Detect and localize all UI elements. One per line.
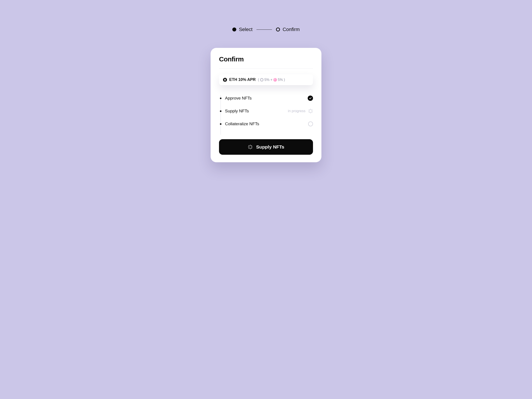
tx-step-label: Collateralize NFTs xyxy=(225,121,259,126)
step-label: Select xyxy=(239,27,253,32)
apr-breakdown: ( 5% + 5% ) xyxy=(258,78,285,82)
progress-stepper: Select Confirm xyxy=(232,27,300,32)
status-text: in progress xyxy=(288,109,305,113)
tx-step-label: Supply NFTs xyxy=(225,109,249,114)
step-select[interactable]: Select xyxy=(232,27,253,32)
stepper-connector xyxy=(256,30,272,30)
step-label: Confirm xyxy=(283,27,300,32)
eth-icon xyxy=(223,78,227,82)
tx-step-collateralize: Collateralize NFTs xyxy=(220,117,313,130)
svg-line-11 xyxy=(249,146,249,146)
card-title: Confirm xyxy=(219,55,313,63)
svg-line-4 xyxy=(311,112,312,113)
apr-main-label: ETH 10% APR xyxy=(229,77,256,82)
tx-step-approve: Approve NFTs xyxy=(220,92,313,105)
supply-nfts-button[interactable]: Supply NFTs xyxy=(219,139,313,155)
cta-label: Supply NFTs xyxy=(256,144,284,150)
confirm-card: Confirm ETH 10% APR ( 5% + 5% ) Approve … xyxy=(211,48,321,162)
bullet-icon xyxy=(220,98,222,99)
token-pink-icon xyxy=(273,78,277,82)
transaction-steps: Approve NFTs Supply NFTs in progress xyxy=(220,92,313,130)
step-dot-filled-icon xyxy=(232,27,236,32)
apr-part1: 5% xyxy=(265,78,270,82)
bullet-icon xyxy=(220,123,222,125)
apr-part2: 5% xyxy=(278,78,283,82)
svg-line-7 xyxy=(309,112,310,113)
svg-line-16 xyxy=(251,146,252,146)
pending-circle-icon xyxy=(308,121,313,126)
apr-summary: ETH 10% APR ( 5% + 5% ) xyxy=(219,74,313,85)
svg-line-12 xyxy=(251,148,252,149)
check-icon xyxy=(308,95,313,101)
spinner-icon xyxy=(308,109,313,114)
svg-line-3 xyxy=(309,109,310,110)
svg-line-8 xyxy=(311,109,312,110)
step-confirm[interactable]: Confirm xyxy=(276,27,300,32)
step-dot-hollow-icon xyxy=(276,27,280,32)
tx-step-supply: Supply NFTs in progress xyxy=(220,105,313,117)
apr-plus: + xyxy=(270,78,272,82)
tx-step-label: Approve NFTs xyxy=(225,96,252,101)
spinner-icon xyxy=(248,145,253,149)
divider xyxy=(219,68,313,69)
token-grey-icon xyxy=(260,78,264,82)
bullet-icon xyxy=(220,110,222,112)
svg-line-15 xyxy=(249,148,249,149)
